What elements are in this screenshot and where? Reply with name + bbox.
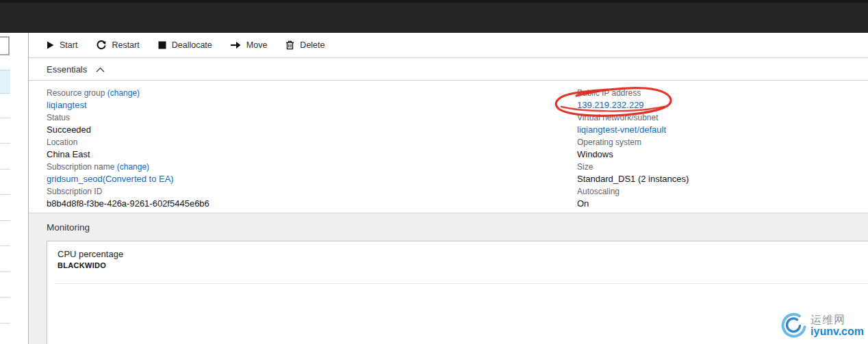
delete-button[interactable]: Delete (285, 40, 324, 50)
size-value: Standard_DS1 (2 instances) (577, 172, 689, 186)
deallocate-button-label: Deallocate (172, 40, 212, 50)
field-label: Autoscaling (577, 187, 689, 197)
field-label: Resource group (47, 88, 105, 98)
location-value: China East (47, 148, 209, 161)
field-status: Status Succeeded (47, 113, 209, 137)
field-label: Size (577, 162, 689, 172)
nav-divider (0, 118, 10, 118)
change-link[interactable]: (change) (107, 88, 140, 98)
status-value: Succeeded (47, 123, 209, 137)
field-size: Size Standard_DS1 (2 instances) (577, 162, 689, 187)
field-label: Operating system (577, 137, 689, 148)
field-vnet-subnet: Virtual network/subnet liqiangtest-vnet/… (577, 113, 689, 137)
public-ip-link[interactable]: 139.219.232.229 (577, 100, 644, 110)
essentials-body: Resource group (change) liqiangtest Stat… (29, 81, 868, 213)
field-subscription-id: Subscription ID b8b4d8f8-f3be-426a-9261-… (47, 187, 209, 211)
iyunv-logo-icon (777, 310, 807, 343)
vnet-subnet-link[interactable]: liqiangtest-vnet/default (577, 124, 666, 135)
start-button[interactable]: Start (47, 40, 77, 50)
nav-divider (0, 169, 10, 170)
command-toolbar: Start Restart Deallocate (29, 33, 868, 58)
field-label: Subscription name (47, 162, 114, 172)
nav-divider (0, 246, 10, 246)
move-button[interactable]: Move (231, 40, 268, 50)
field-label: Status (47, 113, 209, 123)
nav-divider (0, 143, 10, 144)
chart-title: CPU percentage (58, 249, 123, 259)
arrow-right-icon (231, 41, 241, 49)
essentials-left-column: Resource group (change) liqiangtest Stat… (47, 88, 209, 211)
nav-tile-partial[interactable] (0, 36, 10, 55)
vm-scale-set-blade: Start Restart Deallocate (28, 33, 868, 344)
chevron-up-icon[interactable] (96, 63, 105, 75)
watermark-site-url: iyunv.com (810, 326, 864, 338)
field-location: Location China East (47, 137, 209, 162)
restart-button-label: Restart (112, 40, 139, 50)
essentials-title: Essentials (47, 64, 87, 75)
monitoring-section-title: Monitoring (47, 222, 90, 233)
nav-divider (0, 323, 10, 323)
nav-divider (0, 297, 10, 297)
deallocate-button[interactable]: Deallocate (158, 40, 212, 50)
os-value: Windows (577, 148, 689, 161)
start-button-label: Start (60, 40, 77, 50)
chart-gridline (54, 283, 868, 284)
delete-button-label: Delete (300, 40, 324, 50)
essentials-right-column: Public IP address 139.219.232.229 Virtua… (577, 88, 689, 211)
play-icon (47, 41, 54, 49)
left-nav-sliver (0, 33, 10, 344)
resource-group-link[interactable]: liqiangtest (47, 100, 87, 110)
field-label: Subscription ID (47, 187, 209, 197)
monitoring-section: Monitoring CPU percentage BLACKWIDO (29, 213, 868, 344)
subscription-name-link[interactable]: gridsum_seod(Converted to EA) (47, 174, 174, 184)
stop-square-icon (158, 41, 166, 49)
nav-item-active[interactable] (0, 70, 10, 94)
change-link[interactable]: (change) (117, 162, 149, 172)
field-label: Public IP address (577, 88, 689, 98)
trash-icon (285, 40, 294, 50)
subscription-id-value: b8b4d8f8-f3be-426a-9261-602f5445e6b6 (47, 197, 209, 211)
restart-icon (96, 40, 106, 51)
nav-divider (0, 194, 10, 195)
essentials-header[interactable]: Essentials (29, 58, 868, 81)
field-label: Virtual network/subnet (577, 113, 689, 123)
restart-button[interactable]: Restart (96, 40, 139, 51)
chart-subtitle: BLACKWIDO (58, 261, 106, 269)
move-button-label: Move (246, 40, 268, 50)
watermark-site-name: 运维网 (810, 315, 864, 326)
top-app-bar (0, 0, 868, 33)
autoscaling-value: On (577, 197, 689, 211)
field-operating-system: Operating system Windows (577, 137, 689, 162)
nav-divider (0, 272, 10, 272)
watermark: 运维网 iyunv.com (777, 310, 864, 343)
cpu-percentage-chart-tile[interactable]: CPU percentage BLACKWIDO (47, 241, 868, 344)
field-autoscaling: Autoscaling On (577, 187, 689, 211)
field-subscription-name: Subscription name (change) gridsum_seod(… (47, 162, 209, 187)
field-resource-group: Resource group (change) liqiangtest (47, 88, 209, 113)
field-public-ip: Public IP address 139.219.232.229 (577, 88, 689, 113)
field-label: Location (47, 137, 209, 148)
nav-divider (0, 220, 10, 221)
